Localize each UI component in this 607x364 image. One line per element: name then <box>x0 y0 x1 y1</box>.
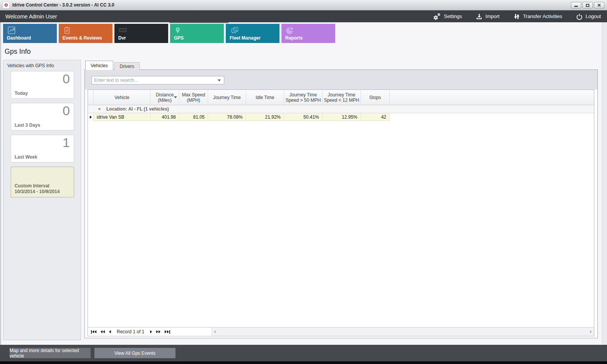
close-button[interactable] <box>594 2 604 8</box>
scroll-left-icon[interactable] <box>214 330 216 333</box>
cell-stops[interactable]: 42 <box>361 113 390 121</box>
scroll-right-icon[interactable] <box>590 330 592 333</box>
cell-journey-time[interactable]: 78.08% <box>208 113 246 121</box>
search-strip <box>85 70 597 89</box>
record-count-label: Record 1 of 1 <box>117 329 144 334</box>
cell-journey-lt-12[interactable]: 12.95% <box>323 113 361 121</box>
header-indicator-cell <box>88 90 94 105</box>
footer-bar: Map and more details for selected vehicl… <box>0 345 607 364</box>
maximize-button[interactable] <box>582 2 593 8</box>
group-row-location[interactable]: Location: Al - FL (1 vehicles) <box>88 105 594 113</box>
window-title: Idrive Control Center - 3.0.2 version - … <box>12 2 114 8</box>
card-today[interactable]: 0 Today <box>11 71 74 99</box>
grid-header-row: Vehicle Distance (Miles) Max Speed (MPH)… <box>88 90 594 105</box>
minimize-icon <box>574 6 578 7</box>
logout-button[interactable]: Logout <box>576 13 601 20</box>
next-page-button[interactable] <box>156 330 160 333</box>
view-all-gps-events-button[interactable]: View All Gps Events <box>94 348 175 358</box>
dashboard-chart-icon <box>7 26 16 35</box>
header-idle-time[interactable]: Idle Time <box>246 90 284 105</box>
next-record-button[interactable] <box>150 330 152 333</box>
vehicles-tab-page: Vehicle Distance (Miles) Max Speed (MPH)… <box>84 69 598 338</box>
card-custom-interval-dates: 10/3/2014 - 10/9/2014 <box>15 189 60 194</box>
window-right-edge <box>602 22 607 345</box>
pie-chart-icon <box>285 26 294 35</box>
cell-journey-gt-50[interactable]: 50.41% <box>284 113 323 121</box>
gps-pin-icon <box>174 26 182 35</box>
card-last-3-days-label: Last 3 Days <box>15 122 40 128</box>
card-custom-interval[interactable]: Custom Interval 10/3/2014 - 10/9/2014 <box>11 167 74 197</box>
header-vehicle[interactable]: Vehicle <box>94 90 151 105</box>
tile-dvr[interactable]: Dvr <box>114 24 168 43</box>
window-left-edge <box>0 22 1 345</box>
tile-gps-label: GPS <box>174 35 184 41</box>
close-icon <box>597 3 601 7</box>
tab-drivers[interactable]: Drivers <box>114 62 140 70</box>
record-navigator: Record 1 of 1 <box>88 327 594 336</box>
minimize-button[interactable] <box>571 2 581 8</box>
module-tiles: Dashboard Events & Reviews Dvr GPS <box>3 24 335 43</box>
welcome-text: Welcome Admin User <box>5 13 57 20</box>
card-last-3-days-value: 0 <box>63 103 70 118</box>
card-last-week[interactable]: 1 Last Week <box>11 135 74 162</box>
card-last-week-value: 1 <box>63 135 70 150</box>
app-window: Idrive Control Center - 3.0.2 version - … <box>0 0 607 364</box>
search-dropdown-arrow-icon[interactable] <box>218 79 221 81</box>
card-last-week-label: Last Week <box>15 154 37 160</box>
prev-page-button[interactable] <box>101 330 105 333</box>
cell-vehicle[interactable]: idrive Van SB <box>94 113 151 121</box>
gps-summary-panel: Vehicles with GPS Info 0 Today 0 Last 3 … <box>3 60 81 340</box>
prev-record-button[interactable] <box>109 330 111 333</box>
settings-label: Settings <box>444 13 462 19</box>
card-today-value: 0 <box>63 71 70 86</box>
map-details-button[interactable]: Map and more details for selected vehicl… <box>10 348 91 358</box>
tile-reports[interactable]: Reports <box>281 24 335 43</box>
group-row-label: Location: Al - FL (1 vehicles) <box>106 106 169 112</box>
sort-desc-icon <box>174 96 177 98</box>
tile-dvr-label: Dvr <box>118 35 126 41</box>
transfer-arrows-icon <box>513 13 520 20</box>
tile-gps[interactable]: GPS <box>170 24 224 43</box>
gears-icon <box>433 13 441 20</box>
search-combo[interactable] <box>91 76 224 84</box>
title-bar: Idrive Control Center - 3.0.2 version - … <box>0 0 607 10</box>
maximize-icon <box>586 4 589 7</box>
tab-vehicles[interactable]: Vehicles <box>85 61 113 70</box>
header-distance[interactable]: Distance (Miles) <box>151 90 179 105</box>
last-record-button[interactable] <box>165 330 170 334</box>
settings-button[interactable]: Settings <box>433 13 462 20</box>
header-stops[interactable]: Stops <box>361 90 390 105</box>
collapse-group-icon <box>98 108 101 110</box>
current-row-arrow-icon <box>90 116 92 119</box>
import-label: Import <box>485 13 499 19</box>
tile-fleet-manager[interactable]: Fleet Manager <box>226 24 280 43</box>
tile-events-reviews-label: Events & Reviews <box>63 35 102 41</box>
cell-max-speed[interactable]: 81.05 <box>179 113 208 121</box>
grid-empty-area <box>88 121 594 327</box>
card-last-3-days[interactable]: 0 Last 3 Days <box>11 103 74 131</box>
row-indicator-cell <box>88 113 94 121</box>
table-row[interactable]: idrive Van SB 401.98 81.05 78.08% 21.92%… <box>88 113 594 121</box>
cell-idle-time[interactable]: 21.92% <box>246 113 284 121</box>
top-bar: Welcome Admin User <box>0 10 607 22</box>
vehicles-grid: Vehicle Distance (Miles) Max Speed (MPH)… <box>88 89 594 336</box>
transfer-activities-button[interactable]: Transfer Activities <box>513 13 562 20</box>
app-logo-icon <box>3 2 9 8</box>
page-title: Gps Info <box>5 48 31 56</box>
import-button[interactable]: Import <box>476 13 499 20</box>
header-journey-gt-50[interactable]: Journey Time Speed > 50 MPH <box>284 90 323 105</box>
horizontal-scrollbar[interactable] <box>212 328 594 336</box>
search-input[interactable] <box>92 78 218 83</box>
card-custom-interval-label: Custom Interval <box>15 183 50 189</box>
tile-dashboard[interactable]: Dashboard <box>3 24 57 43</box>
cell-distance[interactable]: 401.98 <box>151 113 179 121</box>
gps-summary-title: Vehicles with GPS Info <box>3 60 81 68</box>
tile-events-reviews[interactable]: Events & Reviews <box>59 24 112 43</box>
tile-reports-label: Reports <box>285 35 303 41</box>
header-max-speed[interactable]: Max Speed (MPH) <box>179 90 208 105</box>
first-record-button[interactable] <box>91 330 96 334</box>
header-journey-lt-12[interactable]: Journey Time Speed < 12 MPH <box>323 90 361 105</box>
logout-label: Logout <box>585 13 601 19</box>
tile-dashboard-label: Dashboard <box>7 35 31 41</box>
header-journey-time[interactable]: Journey Time <box>208 90 246 105</box>
